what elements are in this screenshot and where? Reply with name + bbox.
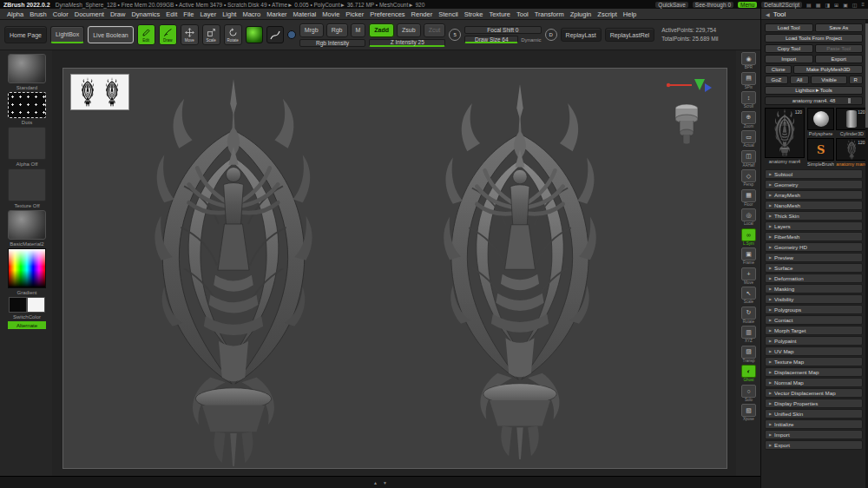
menu-item[interactable]: Draw	[108, 10, 128, 18]
load-tool-button[interactable]: Load Tool	[765, 23, 813, 32]
switch-color-widget[interactable]	[9, 297, 45, 313]
draw-mode-button[interactable]: Draw	[159, 24, 177, 45]
menu-item[interactable]: Layer	[197, 10, 219, 18]
document-canvas[interactable]	[62, 68, 727, 469]
lightbox-tools-button[interactable]: Lightbox►Tools	[765, 86, 863, 95]
import-button[interactable]: Import	[765, 55, 813, 63]
sculpt-model-right[interactable]	[416, 84, 624, 459]
goz-all-button[interactable]: All	[790, 76, 810, 84]
menu-item[interactable]: Zplugin	[568, 10, 595, 18]
lightbox-button[interactable]: LightBox	[50, 26, 84, 43]
palette-section[interactable]: ▶ Vector Displacement Map	[765, 388, 863, 398]
rgb-button[interactable]: Rgb	[326, 23, 348, 37]
menu-item[interactable]: Zscript	[595, 10, 620, 18]
right-shelf-button[interactable]: ◐ Ghost	[741, 365, 756, 382]
titlebar-icon[interactable]: ⊞	[834, 2, 838, 8]
camera-gizmo[interactable]	[671, 102, 702, 148]
right-shelf-button[interactable]: ▧ Xpose	[741, 404, 756, 421]
right-shelf-button[interactable]: ▥ XYZ	[741, 326, 756, 343]
main-color-swatch[interactable]	[9, 297, 27, 313]
right-shelf-button[interactable]: ⊕ Zoom	[741, 111, 756, 129]
right-shelf-button[interactable]: ↻ Rotate	[741, 307, 756, 324]
right-shelf-button[interactable]: ◉ BPR	[741, 52, 756, 69]
palette-section[interactable]: ▶ Geometry	[765, 180, 863, 189]
focal-shift-slider[interactable]: Focal Shift 0	[464, 26, 541, 34]
default-zscript-button[interactable]: Default2Script	[761, 2, 802, 8]
right-shelf-button[interactable]: ◎ Local	[741, 208, 756, 226]
palette-section[interactable]: ▶ Displacement Map	[765, 367, 863, 377]
palette-section[interactable]: ▶ Normal Map	[765, 378, 863, 387]
color-picker[interactable]	[8, 248, 46, 288]
color-indicator[interactable]	[287, 30, 296, 39]
rgb-intensity-slider[interactable]: Rgb Intensity	[299, 39, 366, 47]
save-as-button[interactable]: Save As	[815, 23, 864, 32]
palette-section[interactable]: ▶ Preview	[765, 253, 863, 262]
quicksave-button[interactable]: QuickSave	[655, 2, 687, 8]
current-brush-picker[interactable]	[246, 26, 263, 43]
right-shelf-button[interactable]: ○ Solo	[741, 385, 756, 402]
clone-button[interactable]: Clone	[765, 65, 792, 74]
right-shelf-button[interactable]: ↖ Scale	[741, 287, 756, 304]
menu-item[interactable]: Light	[220, 10, 239, 18]
menu-item[interactable]: Document	[72, 10, 107, 18]
titlebar-icon[interactable]: ◨	[825, 2, 830, 8]
palette-section[interactable]: ▶ Unified Skin	[765, 409, 863, 419]
active-tool-slider[interactable]: anatomy man4. 48	[765, 96, 863, 105]
scale-mode-button[interactable]: Scale	[202, 24, 220, 45]
home-page-button[interactable]: Home Page	[4, 26, 47, 43]
menu-item[interactable]: Picker	[343, 10, 366, 18]
titlebar-icon[interactable]: ▣	[843, 2, 848, 8]
m-button[interactable]: M	[351, 23, 366, 37]
goz-button[interactable]: GoZ	[765, 76, 788, 84]
menu-item[interactable]: Alpha	[4, 10, 26, 18]
replay-last-rel-button[interactable]: ReplayLastRel	[605, 28, 655, 42]
right-shelf-button[interactable]: ▭ Actual	[741, 130, 756, 148]
goz-r-button[interactable]: R	[849, 76, 863, 84]
right-shelf-button[interactable]: ↕ Scroll	[741, 91, 756, 109]
palette-section[interactable]: ▶ Polypaint	[765, 336, 863, 346]
palette-section[interactable]: ▶ Polygroups	[765, 305, 863, 314]
current-stroke-picker[interactable]	[266, 26, 284, 43]
stroke-dots-thumb[interactable]	[8, 92, 46, 118]
menu-item[interactable]: Marker	[264, 10, 289, 18]
tool-thumb-cylinder3d[interactable]: 120 Cylinder3D	[836, 108, 867, 136]
live-boolean-button[interactable]: Live Boolean	[88, 26, 133, 43]
palette-section[interactable]: ▶ Contact	[765, 315, 863, 325]
tool-thumb-anatomy[interactable]: 120 anatomy man4	[836, 138, 867, 167]
tool-palette-header[interactable]: ◀ Tool	[761, 9, 868, 20]
edit-mode-button[interactable]: Edit	[137, 24, 155, 45]
palette-section[interactable]: ▶ Import	[765, 430, 863, 439]
menu-item[interactable]: Texture	[486, 10, 513, 18]
draw-size-slider[interactable]: Draw Size 64	[464, 36, 518, 43]
menu-item[interactable]: Material	[291, 10, 319, 18]
titlebar-icon[interactable]: ▦	[816, 2, 821, 8]
replay-knob[interactable]: D	[545, 29, 557, 41]
palette-section[interactable]: ▶ Surface	[765, 263, 863, 273]
palette-section[interactable]: ▶ FiberMesh	[765, 232, 863, 241]
right-shelf-button[interactable]: ▨ Transp	[741, 346, 756, 363]
right-shelf-button[interactable]: ∞ L.Sym	[741, 228, 756, 246]
palette-section[interactable]: ▶ Visibility	[765, 294, 863, 304]
right-shelf-button[interactable]: ▤ SPix	[741, 72, 756, 89]
palette-section[interactable]: ▶ Thick Skin	[765, 211, 863, 221]
sculpt-model-left[interactable]	[124, 79, 343, 466]
scroll-up-icon[interactable]: ▲	[373, 480, 378, 485]
menu-item[interactable]: Help	[621, 10, 639, 18]
right-shelf-button[interactable]: + Move	[741, 267, 756, 285]
right-shelf-button[interactable]: ◇ Persp	[741, 169, 756, 187]
rotate-mode-button[interactable]: Rotate	[224, 24, 242, 45]
palette-section[interactable]: ▶ UV Map	[765, 346, 863, 356]
palette-section[interactable]: ▶ Display Properties	[765, 399, 863, 408]
paste-tool-button[interactable]: Paste Tool	[815, 44, 864, 53]
focal-shift-knob[interactable]: 5	[449, 29, 461, 41]
zcut-button[interactable]: Zcut	[424, 23, 446, 37]
menu-item[interactable]: File	[181, 10, 196, 18]
copy-tool-button[interactable]: Copy Tool	[765, 44, 813, 53]
menu-item[interactable]: Render	[409, 10, 436, 18]
tool-thumb-polysphere[interactable]: Polysphere	[807, 108, 834, 136]
palette-section[interactable]: ▶ Texture Map	[765, 357, 863, 366]
right-shelf-button[interactable]: ◫ AAHalf	[741, 150, 756, 168]
palette-section[interactable]: ▶ Morph Target	[765, 326, 863, 335]
menu-item[interactable]: Movie	[319, 10, 342, 18]
palette-section[interactable]: ▶ Geometry HD	[765, 242, 863, 252]
